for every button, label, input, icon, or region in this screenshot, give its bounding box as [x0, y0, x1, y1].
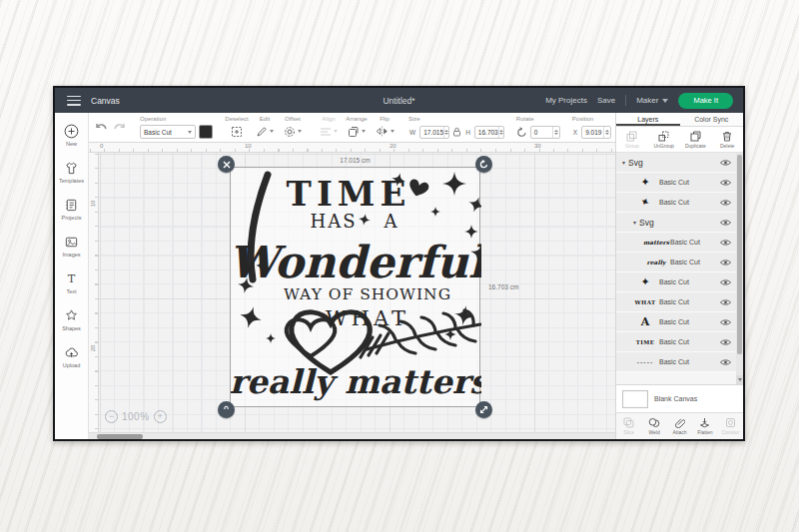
flatten-button[interactable]: Flatten — [692, 413, 717, 439]
sidebar-item-text[interactable]: T Text — [55, 265, 89, 301]
flip-button[interactable]: Flip — [373, 115, 397, 141]
sidebar-item-new[interactable]: New — [55, 117, 89, 154]
layer-row[interactable]: ABasic Cut — [616, 312, 736, 332]
width-input[interactable]: 17.015 — [419, 126, 449, 139]
eye-icon[interactable] — [720, 239, 731, 247]
blank-canvas-row[interactable]: Blank Canvas — [616, 384, 743, 412]
hamburger-menu-icon[interactable] — [67, 96, 81, 106]
flatten-label: Flatten — [697, 429, 712, 435]
layer-row[interactable]: ✦Basic Cut — [616, 173, 736, 193]
eye-icon[interactable] — [720, 199, 731, 207]
sidebar-item-templates[interactable]: Templates — [55, 154, 89, 191]
chevron-down-icon[interactable]: ▾ — [633, 219, 636, 226]
sidebar-item-projects[interactable]: Projects — [55, 191, 89, 228]
canvas-grid[interactable]: 17.015 cm 16.703 cm — [99, 153, 615, 432]
operation-select[interactable]: Basic Cut — [140, 125, 196, 139]
eye-icon[interactable] — [720, 259, 731, 266]
document-title[interactable]: Untitled* — [383, 96, 414, 106]
edit-button[interactable]: Edit — [253, 115, 277, 141]
resize-handle[interactable] — [475, 401, 492, 418]
delete-handle[interactable] — [218, 156, 235, 173]
design-line-what: WHAT — [326, 306, 409, 330]
sidebar-item-upload[interactable]: Upload — [55, 338, 89, 375]
eye-icon[interactable] — [720, 159, 731, 167]
selection-width-label: 17.015 cm — [231, 157, 479, 164]
rotate-stepper[interactable] — [552, 127, 559, 138]
contour-button: Contour — [718, 413, 743, 439]
edit-label: Edit — [260, 115, 270, 124]
chevron-down-icon — [270, 130, 274, 133]
layer-thumbnail: ----- — [633, 358, 657, 365]
position-x-input[interactable]: 9.019 — [581, 126, 611, 139]
left-sidebar: New Templates Projects Images — [55, 113, 89, 439]
arrange-button[interactable]: Arrange — [345, 115, 369, 141]
make-it-button[interactable]: Make It — [678, 93, 733, 109]
sparkle-icon — [358, 213, 372, 227]
layer-row[interactable]: -----Basic Cut — [616, 352, 736, 372]
attach-button[interactable]: Attach — [667, 413, 692, 439]
eye-icon[interactable] — [720, 358, 731, 366]
eye-icon[interactable] — [720, 298, 731, 306]
duplicate-button[interactable]: Duplicate — [680, 127, 712, 152]
layer-row[interactable]: mattersBasic Cut — [616, 233, 736, 253]
layer-row[interactable]: WHATBasic Cut — [616, 292, 736, 312]
sidebar-label: Templates — [59, 178, 84, 184]
vertical-scrollbar[interactable] — [736, 153, 743, 384]
combine-actions: Slice Weld Attach Flatten — [616, 412, 743, 439]
ungroup-button[interactable]: UnGroup — [648, 127, 680, 152]
image-icon — [64, 235, 79, 250]
layer-row[interactable]: ✦Basic Cut — [616, 272, 736, 292]
duplicate-icon — [690, 131, 701, 142]
height-input[interactable]: 16.703 — [474, 126, 504, 139]
eye-icon[interactable] — [720, 338, 731, 346]
position-x-stepper[interactable] — [603, 127, 610, 138]
rotate-input[interactable]: 0 — [530, 126, 560, 139]
layer-group-row[interactable]: ▾Svg — [616, 153, 736, 173]
layer-row[interactable]: ✦Basic Cut — [616, 193, 736, 213]
zoom-in-button[interactable]: + — [154, 410, 167, 423]
save-link[interactable]: Save — [597, 96, 615, 105]
height-stepper[interactable] — [498, 127, 503, 138]
deselect-label: Deselect — [225, 115, 248, 124]
sidebar-item-shapes[interactable]: Shapes — [55, 301, 89, 338]
width-stepper[interactable] — [443, 127, 448, 138]
offset-button[interactable]: Offset — [281, 115, 305, 141]
eye-icon[interactable] — [720, 278, 731, 286]
scrollbar-thumb[interactable] — [737, 155, 742, 354]
selection-box[interactable]: 17.015 cm 16.703 cm — [230, 167, 480, 407]
blank-canvas-swatch[interactable] — [622, 390, 648, 408]
layer-row[interactable]: TIMEBasic Cut — [616, 332, 736, 352]
lock-handle[interactable] — [218, 401, 235, 418]
design-artwork[interactable]: TIME HAS A Wonderful WAY OF SHOWING WHAT… — [231, 168, 481, 408]
scrollbar-thumb[interactable] — [97, 434, 143, 439]
rotate-label: Rotate — [516, 115, 560, 124]
layer-thumbnail: ✦ — [633, 177, 657, 188]
design-canvas[interactable]: 0 10 20 30 10 20 17.015 cm 16. — [89, 143, 615, 439]
sidebar-item-images[interactable]: Images — [55, 228, 89, 265]
weld-button[interactable]: Weld — [641, 413, 666, 439]
eye-icon[interactable] — [720, 179, 731, 187]
redo-icon[interactable] — [113, 123, 126, 134]
rotate-handle[interactable] — [475, 156, 492, 173]
zoom-out-button[interactable]: − — [105, 410, 118, 423]
layer-group-row[interactable]: ▾Svg — [616, 213, 736, 233]
svg-text:T: T — [68, 272, 76, 285]
chevron-down-icon[interactable]: ▾ — [622, 159, 625, 166]
deselect-button[interactable]: Deselect — [225, 115, 249, 141]
horizontal-scrollbar[interactable] — [89, 432, 615, 439]
ruler-tick-label: 10 — [245, 143, 252, 149]
machine-select[interactable]: Maker — [636, 96, 668, 105]
eye-icon[interactable] — [720, 318, 731, 326]
color-swatch[interactable] — [199, 125, 213, 139]
tab-layers[interactable]: Layers — [616, 113, 680, 126]
delete-button[interactable]: Delete — [711, 127, 743, 152]
layer-row[interactable]: reallyBasic Cut — [616, 253, 736, 272]
my-projects-link[interactable]: My Projects — [545, 96, 587, 105]
scroll-down-button[interactable] — [736, 375, 743, 384]
lock-icon[interactable] — [452, 127, 461, 137]
paperclip-icon — [675, 417, 685, 428]
eye-icon[interactable] — [720, 219, 731, 227]
undo-icon[interactable] — [95, 123, 108, 134]
design-text: TIME HAS A Wonderful WAY OF SHOWING WHAT… — [231, 174, 481, 401]
tab-color-sync[interactable]: Color Sync — [680, 113, 744, 126]
